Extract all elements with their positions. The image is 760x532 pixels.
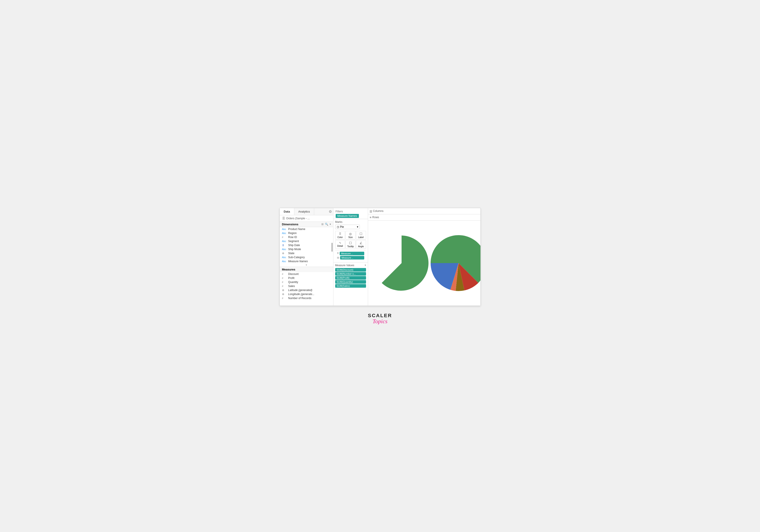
type-globe: ⊕ [282,289,287,292]
marks-type-arrow: ▾ [357,225,358,228]
chevron-down-icon[interactable]: ▾ [330,223,331,226]
type-abc: Abc [282,240,287,243]
marks-angle-btn[interactable]: ∠ Angle [356,240,366,249]
label-label: Label [358,236,363,238]
settings-icon[interactable]: ⚙ [327,208,333,215]
list-item[interactable]: 🗓 Ship Date [280,243,333,247]
list-item[interactable]: # Quantity [280,280,333,284]
angle-icon: ∠ [359,241,362,245]
item-name: Region [288,232,331,235]
list-item[interactable]: # Sales [280,284,333,288]
columns-label: ||| Columns [370,210,384,213]
list-item[interactable]: Abc Product Name [280,227,333,231]
detail-icon: ∿ [339,241,341,244]
list-item[interactable]: # Profit [280,276,333,280]
mv-dropdown-arrow[interactable]: ▾ [365,264,366,267]
item-name: Longitude (generate... [288,293,331,296]
list-item[interactable]: # Row ID [280,235,333,239]
list-item[interactable]: ⊕ State [280,251,333,255]
size-label: Size [348,236,353,238]
measures-label: Measures [282,268,295,271]
type-abc: Abc [282,256,287,259]
list-item[interactable]: Abc Segment [280,239,333,243]
right-area: ||| Columns ≡ Rows [368,208,481,306]
item-name: Sub-Category [288,256,331,259]
search-icon[interactable]: 🔍 [325,223,328,226]
columns-text: Columns [373,210,383,213]
marks-detail-btn[interactable]: ∿ Detail [335,240,345,249]
item-name: Sales [288,285,331,288]
item-name: Quantity [288,280,331,284]
item-name: Ship Mode [288,248,331,251]
marks-size-btn[interactable]: ◎ Size [346,231,356,240]
list-item[interactable]: # Number of Records [280,296,333,300]
item-name: Profit [288,276,331,280]
item-name: Row ID [288,236,331,239]
dimensions-list: Abc Product Name Abc Region # Row ID Abc… [280,227,333,267]
watermark: SCALER Topics [368,313,392,324]
marks-color-pill[interactable]: Measure .. [340,252,364,255]
sum-quantity[interactable]: SUM(Quantity) [335,280,366,284]
dimensions-icons: ⊞ 🔍 ▾ [321,223,331,226]
columns-bar: ||| Columns [368,208,481,215]
pie-segment-sales [382,235,428,291]
marks-type-label: Pie [340,225,344,228]
type-globe: ⊕ [282,252,287,255]
measures-list: # Discount # Profit # Quantity # Sales ⊕ [280,272,333,301]
watermark-topics-text: Topics [368,318,392,324]
marks-color-btn[interactable]: ⠿ Color [335,231,345,240]
tooltip-label: Tooltip [347,245,354,248]
list-item[interactable]: Abc Region [280,231,333,235]
tab-data[interactable]: Data [280,208,294,215]
sum-number[interactable]: SUM(Number o... [335,272,366,276]
list-item[interactable]: Abc Measure Names [280,259,333,263]
filter-pill-measure-names[interactable]: Measure Names [336,214,359,218]
marks-type-select[interactable]: ◷ Pie ▾ [335,225,360,229]
datasource-row[interactable]: 🗄 Orders (Sample - ... [280,215,333,222]
label-icon: ☐ [359,232,362,236]
marks-label-btn[interactable]: ☐ Label [356,231,366,240]
marks-pill-color: ⠿ Measure .. [337,252,364,255]
sum-sales[interactable]: SUM(Sales) [335,284,366,288]
scroll-bar[interactable] [331,243,333,252]
type-hash: # [282,236,287,238]
marks-pill-size: ◎ Measure .. [337,256,364,260]
pie-svg [431,235,481,291]
left-panel: Data Analytics ⚙ 🗄 Orders (Sample - ... … [280,208,333,306]
list-item[interactable]: Abc Sub-Category [280,255,333,259]
sum-discount[interactable]: SUM(Discount) [335,268,366,271]
list-item[interactable]: ⊕ Longitude (generate... [280,292,333,296]
type-hash: # [282,273,287,275]
datasource-label: Orders (Sample - ... [286,217,310,220]
marks-panel: Filters Measure Names Marks ◷ Pie ▾ ⠿ Co… [333,208,368,306]
pill-color-icon: ⠿ [337,252,339,255]
measure-values-label: Measure Values [335,264,363,267]
list-item[interactable]: # Discount [280,272,333,276]
marks-icons-grid: ⠿ Color ◎ Size ☐ Label ∿ Detail [335,231,366,249]
scroll-down-indicator: ▼ [280,263,333,267]
watermark-scaler-text: SCALER [368,313,392,318]
marks-area: Marks ◷ Pie ▾ ⠿ Color ◎ Size [333,219,368,262]
type-abc: Abc [282,228,287,230]
pill-size-icon: ◎ [337,256,339,259]
item-name: Product Name [288,227,331,231]
rows-bar: ≡ Rows [368,215,481,220]
item-name: State [288,252,331,255]
chart-area [368,220,481,306]
type-hash: # [282,285,287,287]
item-name: Measure Names [288,260,331,263]
type-hash: # [282,277,287,279]
marks-tooltip-btn[interactable]: ☐ Tooltip [346,240,356,249]
type-hash: # [282,281,287,283]
grid-icon[interactable]: ⊞ [321,223,324,226]
sum-profit[interactable]: SUM(Profit) [335,276,366,280]
item-name: Discount [288,272,331,276]
filters-area: Filters Measure Names [333,208,368,219]
tab-analytics[interactable]: Analytics [294,208,314,215]
marks-size-pill[interactable]: Measure .. [340,256,364,260]
list-item[interactable]: Abc Ship Mode [280,247,333,251]
measures-header: Measures [280,267,333,272]
rows-label: ≡ Rows [370,216,383,219]
tooltip-icon: ☐ [349,241,352,245]
list-item[interactable]: ⊕ Latitude (generated) [280,288,333,292]
